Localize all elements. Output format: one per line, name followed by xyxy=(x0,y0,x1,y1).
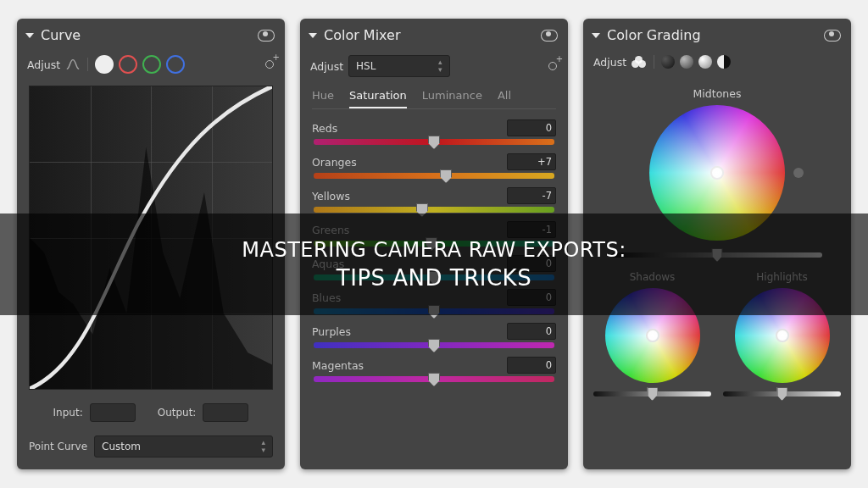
select-carets-icon: ▴▾ xyxy=(438,58,442,74)
slider-thumb[interactable] xyxy=(428,136,440,149)
mixer-header[interactable]: Color Mixer xyxy=(300,19,568,50)
slider-value[interactable]: +7 xyxy=(507,153,556,170)
adjust-label: Adjust xyxy=(310,60,343,73)
curve-header[interactable]: Curve xyxy=(17,19,285,50)
slider-track[interactable] xyxy=(314,139,554,145)
slider-label: Reds xyxy=(312,122,337,135)
adjust-label: Adjust xyxy=(27,58,60,71)
channel-blue-button[interactable] xyxy=(166,55,185,74)
slider-thumb[interactable] xyxy=(428,339,440,352)
slider-thumb[interactable] xyxy=(428,373,440,386)
output-field[interactable] xyxy=(203,403,248,422)
highlights-luminance-slider[interactable] xyxy=(723,391,841,396)
wheel-side-control[interactable] xyxy=(793,168,804,178)
tab-all[interactable]: All xyxy=(498,89,511,108)
wheel-handle[interactable] xyxy=(776,329,789,342)
point-curve-label: Point Curve xyxy=(29,441,87,452)
global-wheel-icon[interactable] xyxy=(717,55,731,69)
curve-title: Curve xyxy=(41,27,251,43)
chevron-down-icon xyxy=(25,33,34,38)
chevron-down-icon xyxy=(592,33,600,38)
overlay-line1: MASTERING CAMERA RAW EXPORTS: xyxy=(242,238,626,262)
target-adjust-icon[interactable] xyxy=(263,58,276,71)
visibility-eye-icon[interactable] xyxy=(541,30,558,42)
overlay-line2: TIPS AND TRICKS xyxy=(337,265,531,291)
channel-green-button[interactable] xyxy=(142,55,161,74)
mixer-tabs: Hue Saturation Luminance All xyxy=(300,86,568,108)
slider-track[interactable] xyxy=(314,376,554,382)
curve-input-output: Input: Output: xyxy=(17,398,285,427)
slider-track[interactable] xyxy=(314,173,554,179)
input-field[interactable] xyxy=(90,403,136,422)
parametric-curve-icon[interactable] xyxy=(65,57,81,72)
app-stage: Curve Adjust xyxy=(0,0,868,488)
slider-value[interactable]: 0 xyxy=(507,357,556,374)
slider-label: Yellows xyxy=(312,190,350,202)
slider-thumb[interactable] xyxy=(440,169,452,183)
slider-value[interactable]: -7 xyxy=(507,187,556,204)
slider-magentas: Magentas0 xyxy=(300,353,568,387)
midtones-label: Midtones xyxy=(593,87,841,100)
tab-hue[interactable]: Hue xyxy=(312,89,334,108)
input-label: Input: xyxy=(53,407,83,419)
channel-red-button[interactable] xyxy=(119,55,137,74)
separator xyxy=(87,58,88,71)
shadows-wheel-icon[interactable] xyxy=(661,55,675,69)
tab-underline xyxy=(312,108,556,109)
grading-adjust-row: Adjust xyxy=(583,50,851,77)
midtones-wheel-icon[interactable] xyxy=(680,55,693,69)
output-label: Output: xyxy=(158,407,197,419)
three-way-icon[interactable] xyxy=(632,56,647,68)
point-curve-select[interactable]: Custom ▴▾ xyxy=(94,435,273,458)
select-carets-icon: ▴▾ xyxy=(261,439,265,454)
slider-purples: Purples0 xyxy=(300,319,568,353)
tab-luminance[interactable]: Luminance xyxy=(422,89,482,108)
slider-reds: Reds0 xyxy=(300,116,568,150)
mixer-adjust-row: Adjust HSL ▴▾ xyxy=(300,50,568,86)
shadows-luminance-slider[interactable] xyxy=(593,391,711,396)
adjust-label: Adjust xyxy=(593,56,626,69)
slider-value[interactable]: 0 xyxy=(507,323,556,340)
title-overlay: MASTERING CAMERA RAW EXPORTS: TIPS AND T… xyxy=(0,214,868,315)
slider-label: Oranges xyxy=(312,156,357,169)
slider-track[interactable] xyxy=(314,342,554,348)
grading-header[interactable]: Color Grading xyxy=(583,19,851,50)
target-adjust-icon[interactable] xyxy=(546,59,559,73)
mixer-mode-select[interactable]: HSL ▴▾ xyxy=(348,55,449,77)
visibility-eye-icon[interactable] xyxy=(824,30,841,42)
slider-oranges: Oranges+7 xyxy=(300,150,568,184)
slider-track[interactable] xyxy=(314,207,554,213)
slider-label: Magentas xyxy=(312,359,364,372)
wheel-handle[interactable] xyxy=(646,329,659,342)
grading-title: Color Grading xyxy=(607,27,817,43)
chevron-down-icon xyxy=(309,33,317,38)
slider-label: Purples xyxy=(312,325,351,338)
slider-yellows: Yellows-7 xyxy=(300,184,568,218)
curve-adjust-row: Adjust xyxy=(17,50,285,82)
mixer-title: Color Mixer xyxy=(324,27,534,43)
wheel-handle[interactable] xyxy=(710,166,724,180)
slider-value[interactable]: 0 xyxy=(507,119,556,136)
tab-saturation[interactable]: Saturation xyxy=(349,89,407,108)
point-curve-row: Point Curve Custom ▴▾ xyxy=(17,427,285,469)
channel-rgb-button[interactable] xyxy=(95,55,114,74)
highlights-wheel-icon[interactable] xyxy=(698,55,712,69)
point-curve-value: Custom xyxy=(102,441,141,452)
visibility-eye-icon[interactable] xyxy=(258,30,275,42)
separator xyxy=(654,55,654,69)
mixer-mode-value: HSL xyxy=(356,60,376,72)
